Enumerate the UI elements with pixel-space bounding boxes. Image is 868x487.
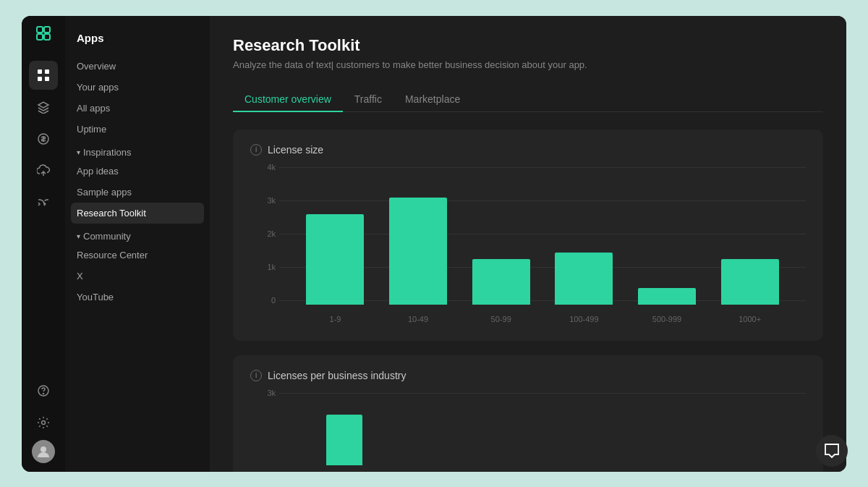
svg-rect-2 — [37, 34, 43, 40]
svg-point-10 — [43, 393, 44, 394]
tab-traffic[interactable]: Traffic — [343, 88, 393, 112]
industry-bar-chart: 3k — [250, 393, 806, 465]
tab-marketplace[interactable]: Marketplace — [393, 88, 472, 112]
user-avatar[interactable] — [32, 440, 55, 463]
sidebar-item-sample-apps[interactable]: Sample apps — [65, 182, 210, 203]
bar-group — [626, 288, 709, 304]
y-label-1k: 1k — [250, 263, 276, 271]
svg-point-11 — [42, 420, 46, 424]
svg-rect-4 — [38, 69, 42, 74]
industry-bar-group — [323, 415, 366, 465]
bar — [472, 259, 530, 305]
main-content: Research Toolkit Analyze the data of tex… — [210, 16, 846, 472]
bars-container — [279, 167, 806, 305]
app-window: Apps Overview Your apps All apps Uptime … — [22, 16, 846, 472]
community-section-header[interactable]: ▾ Community — [65, 224, 210, 245]
inspirations-section-header[interactable]: ▾ Inspirations — [65, 140, 210, 161]
help-nav-icon[interactable] — [29, 376, 58, 405]
page-subtitle: Analyze the data of text| customers to m… — [233, 59, 823, 70]
x-label: 10-49 — [377, 305, 460, 326]
shuffle-nav-icon[interactable] — [29, 188, 58, 217]
industry-bar — [326, 415, 362, 465]
sidebar: Apps Overview Your apps All apps Uptime … — [65, 16, 210, 472]
bar — [721, 259, 779, 305]
info-icon-industry: i — [250, 370, 262, 381]
grid-nav-icon[interactable] — [29, 61, 58, 90]
x-label: 1000+ — [708, 305, 791, 326]
dollar-nav-icon[interactable] — [29, 124, 58, 153]
settings-nav-icon[interactable] — [29, 408, 58, 437]
tabs: Customer overview Traffic Marketplace — [233, 88, 823, 112]
info-icon-license: i — [250, 144, 262, 156]
x-label: 500-999 — [626, 305, 709, 326]
svg-rect-3 — [44, 34, 50, 40]
chevron-down-icon: ▾ — [77, 148, 80, 156]
bar-group — [377, 198, 460, 305]
sidebar-item-all-apps[interactable]: All apps — [65, 98, 210, 119]
page-title: Research Toolkit — [233, 36, 823, 55]
bar — [555, 253, 613, 304]
sidebar-item-overview[interactable]: Overview — [65, 56, 210, 77]
license-size-chart-card: i License size 4k 3k 2k — [233, 130, 823, 341]
sidebar-item-research-toolkit[interactable]: Research Toolkit — [71, 203, 204, 224]
content-inner: Research Toolkit Analyze the data of tex… — [210, 16, 846, 472]
sidebar-item-uptime[interactable]: Uptime — [65, 119, 210, 140]
y-label-2k: 2k — [250, 229, 276, 238]
sidebar-item-app-ideas[interactable]: App ideas — [65, 161, 210, 182]
community-label: Community — [83, 231, 131, 242]
industry-chart-card: i Licenses per business industry 3k — [233, 355, 823, 472]
inspirations-label: Inspirations — [83, 147, 131, 158]
x-label: 100-499 — [542, 305, 626, 326]
bar — [638, 288, 696, 304]
license-size-bar-chart: 4k 3k 2k 1k 0 — [250, 167, 806, 326]
sidebar-item-x[interactable]: X — [65, 266, 210, 287]
bar — [389, 198, 447, 305]
icon-bar — [22, 16, 65, 472]
x-labels: 1-910-4950-99100-499500-9991000+ — [279, 305, 806, 326]
svg-point-12 — [41, 446, 46, 452]
layers-nav-icon[interactable] — [29, 93, 58, 122]
chat-button[interactable] — [816, 435, 848, 467]
sidebar-item-resource-center[interactable]: Resource Center — [65, 245, 210, 266]
sidebar-title: Apps — [65, 25, 210, 56]
license-size-title: i License size — [250, 144, 806, 156]
bar-group — [708, 259, 791, 305]
industry-bars-container — [279, 393, 806, 465]
svg-rect-5 — [45, 69, 49, 74]
svg-rect-1 — [44, 27, 50, 33]
tab-customer-overview[interactable]: Customer overview — [233, 88, 343, 112]
y-label-industry-3k: 3k — [250, 389, 276, 397]
x-label: 50-99 — [459, 305, 542, 326]
svg-rect-0 — [37, 27, 43, 33]
y-label-0: 0 — [250, 296, 276, 305]
bar-group — [459, 259, 542, 305]
logo-icon[interactable] — [35, 25, 52, 46]
sidebar-item-youtube[interactable]: YouTube — [65, 287, 210, 308]
y-label-4k: 4k — [250, 163, 276, 171]
bar — [306, 214, 364, 304]
bar-group — [294, 214, 377, 304]
industry-title: i Licenses per business industry — [250, 370, 806, 381]
svg-rect-7 — [45, 77, 49, 81]
sidebar-item-your-apps[interactable]: Your apps — [65, 77, 210, 98]
svg-rect-6 — [38, 77, 42, 81]
chevron-down-icon-2: ▾ — [77, 232, 80, 240]
cloud-nav-icon[interactable] — [29, 156, 58, 185]
bar-group — [542, 253, 626, 304]
y-label-3k: 3k — [250, 196, 276, 205]
x-label: 1-9 — [294, 305, 377, 326]
